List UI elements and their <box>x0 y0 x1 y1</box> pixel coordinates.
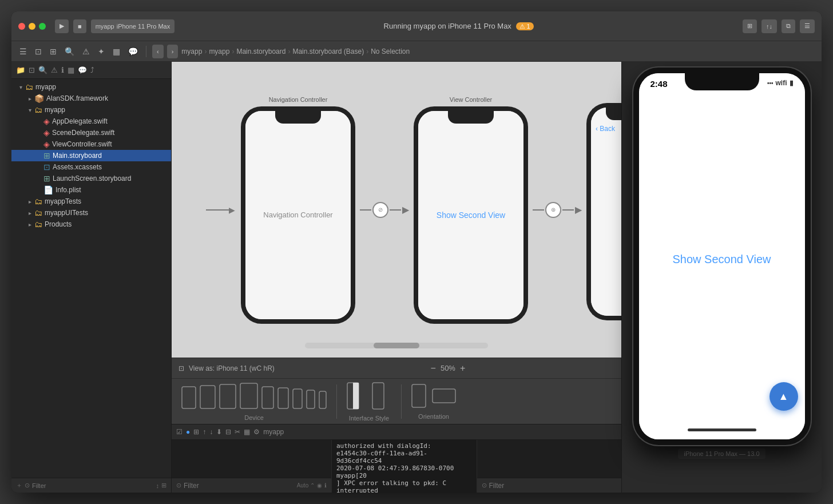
device-size-6[interactable] <box>277 387 289 412</box>
sidebar-filter-input[interactable] <box>32 482 154 489</box>
device-size-1[interactable] <box>181 386 197 412</box>
zoom-out-button[interactable]: − <box>431 363 436 374</box>
canvas-scrollbar[interactable] <box>305 343 488 353</box>
plist-icon: 📄 <box>43 185 53 195</box>
layout-btn[interactable]: ⧉ <box>782 19 795 33</box>
sidebar-item-scenedelegate[interactable]: ◈ SceneDelegate.swift <box>11 127 171 138</box>
plus-icon[interactable]: ＋ <box>16 481 22 490</box>
run-button[interactable]: ▶ <box>55 19 69 33</box>
scrollbar-thumb[interactable] <box>374 343 419 348</box>
sidebar-git-icon[interactable]: ⊡ <box>29 66 35 74</box>
filter-icon-left[interactable]: ⊙ <box>176 482 181 489</box>
sidebar-item-mainstoryboard[interactable]: ⊞ Main.storyboard <box>11 150 171 161</box>
debug-split-icon[interactable]: ⊟ <box>225 428 231 436</box>
second-controller-frame[interactable]: ‹ Back <box>586 103 621 320</box>
debug-down2-icon[interactable]: ⬇ <box>216 428 222 436</box>
sidebar-comment-icon[interactable]: 💬 <box>78 66 87 74</box>
breadcrumb-mainstoryboard[interactable]: Main.storyboard <box>236 47 285 55</box>
breadcrumb-myapp-1[interactable]: myapp <box>181 47 202 55</box>
debug-cut-icon[interactable]: ✂ <box>235 428 240 436</box>
device-size-4[interactable] <box>239 382 259 412</box>
device-size-9[interactable] <box>318 390 327 412</box>
comment-icon[interactable]: 💬 <box>126 46 140 57</box>
nav-controller-frame[interactable]: Navigation Controller <box>241 106 355 324</box>
eye-icon[interactable]: ◉ <box>317 482 322 489</box>
sidebar-item-myapp-root[interactable]: ▾ 🗂 myapp <box>11 81 171 93</box>
maximize-button[interactable] <box>39 23 46 30</box>
sort-icon[interactable]: ↕ <box>156 482 160 489</box>
debug-cols-icon[interactable]: ⊞ <box>193 428 199 436</box>
filter-icon-right[interactable]: ⊙ <box>482 482 487 489</box>
nav-forward-btn[interactable]: › <box>167 45 178 58</box>
source-control-btn[interactable]: ↑↓ <box>761 19 777 33</box>
sidebar-toggle-icon[interactable]: ☰ <box>17 46 29 57</box>
back-button[interactable]: ‹ Back <box>596 125 615 133</box>
sidebar-item-myapp-folder[interactable]: ▾ 🗂 myapp <box>11 104 171 116</box>
search-icon[interactable]: 🔍 <box>62 46 77 57</box>
sidebar-info-icon[interactable]: ℹ <box>61 66 64 74</box>
breadcrumb-myapp-2[interactable]: myapp <box>209 47 229 55</box>
sim-content[interactable]: Show Second View <box>639 98 805 420</box>
canvas-content[interactable]: ▶ Navigation Controller Navigation Contr… <box>172 62 621 358</box>
sidebar-item-infoplist[interactable]: 📄 Info.plist <box>11 184 171 196</box>
filter-icon[interactable]: ⊙ <box>25 482 30 489</box>
sidebar-item-appdelegate[interactable]: ◈ AppDelegate.swift <box>11 116 171 127</box>
sidebar-folder-icon[interactable]: 📁 <box>16 66 25 74</box>
list-icon[interactable]: ⊞ <box>161 482 166 489</box>
scheme-button[interactable]: myapp iPhone 11 Pro Max <box>91 19 175 33</box>
sidebar-item-alansdk[interactable]: ▸ 📦 AlanSDK.framework <box>11 93 171 104</box>
segue-icon-2[interactable]: ⊛ <box>545 202 561 218</box>
device-size-2[interactable] <box>199 384 216 412</box>
grid-icon[interactable]: ▦ <box>110 46 122 57</box>
interface-style-dark[interactable] <box>371 382 392 412</box>
sidebar-item-myapptests[interactable]: ▸ 🗂 myappTests <box>11 196 171 207</box>
device-size-7[interactable] <box>292 388 303 412</box>
device-size-8[interactable] <box>306 389 316 412</box>
sidebar-item-label: myapp <box>45 106 65 114</box>
debug-up-icon[interactable]: ↑ <box>203 428 206 436</box>
debug-checkbox-icon[interactable]: ☑ <box>176 428 183 436</box>
debug-grid-icon[interactable]: ▦ <box>244 428 250 436</box>
stop-button[interactable]: ■ <box>73 19 86 33</box>
debug-app-label: myapp <box>263 428 284 436</box>
sidebar-item-viewcontroller[interactable]: ◈ ViewController.swift <box>11 138 171 150</box>
inspector-btn[interactable]: ☰ <box>800 19 815 33</box>
breadcrumb-base[interactable]: Main.storyboard (Base) <box>292 47 364 55</box>
sidebar-item-products[interactable]: ▸ 🗂 Products <box>11 219 171 230</box>
editor-toggle[interactable]: ⊞ <box>743 19 757 33</box>
sim-show-second-view[interactable]: Show Second View <box>673 253 771 266</box>
debug-log: authorized with dialogId: e1454c30-c0ff-… <box>332 440 477 493</box>
sidebar-search-icon[interactable]: 🔍 <box>38 66 47 74</box>
interface-style-light[interactable] <box>346 382 367 412</box>
nav-back-btn[interactable]: ‹ <box>152 45 164 58</box>
debug-filter-left-input[interactable] <box>184 482 295 490</box>
orientation-portrait[interactable] <box>411 383 427 411</box>
sidebar-warning-icon[interactable]: ⚠ <box>51 66 58 74</box>
debug-filter-right-input[interactable] <box>489 482 617 490</box>
sidebar-item-myappuitests[interactable]: ▸ 🗂 myappUITests <box>11 207 171 219</box>
device-size-5[interactable] <box>261 386 275 412</box>
inspector-toggle-icon[interactable]: ⊡ <box>33 46 44 57</box>
sidebar-grid-icon[interactable]: ▦ <box>68 66 74 74</box>
segue-icon-1[interactable]: ⊘ <box>372 202 388 218</box>
zoom-in-button[interactable]: + <box>460 363 465 374</box>
sim-home-indicator[interactable] <box>688 428 756 431</box>
sidebar-item-assets[interactable]: ⊡ Assets.xcassets <box>11 161 171 173</box>
sidebar-item-launchscreen[interactable]: ⊞ LaunchScreen.storyboard <box>11 173 171 184</box>
info-icon-left[interactable]: ℹ <box>324 482 327 489</box>
close-button[interactable] <box>18 23 25 30</box>
warning-icon[interactable]: ⚠ <box>80 46 92 57</box>
attribute-icon[interactable]: ✦ <box>96 46 107 57</box>
sidebar-share-icon[interactable]: ⤴ <box>90 66 94 74</box>
show-second-view-button[interactable]: Show Second View <box>437 211 505 220</box>
view-controller-frame[interactable]: Show Second View <box>414 106 528 324</box>
debug-gear-icon[interactable]: ⚙ <box>253 428 260 436</box>
minimize-button[interactable] <box>29 23 35 30</box>
device-size-3[interactable] <box>219 383 237 412</box>
warning-badge[interactable]: ⚠ 1 <box>516 22 534 30</box>
library-icon[interactable]: ⊞ <box>47 46 59 57</box>
orientation-landscape[interactable] <box>431 388 457 406</box>
sim-alan-button[interactable]: ▲ <box>769 382 798 411</box>
debug-down-icon[interactable]: ↓ <box>209 428 213 436</box>
debug-blue-icon[interactable]: ● <box>186 428 190 436</box>
